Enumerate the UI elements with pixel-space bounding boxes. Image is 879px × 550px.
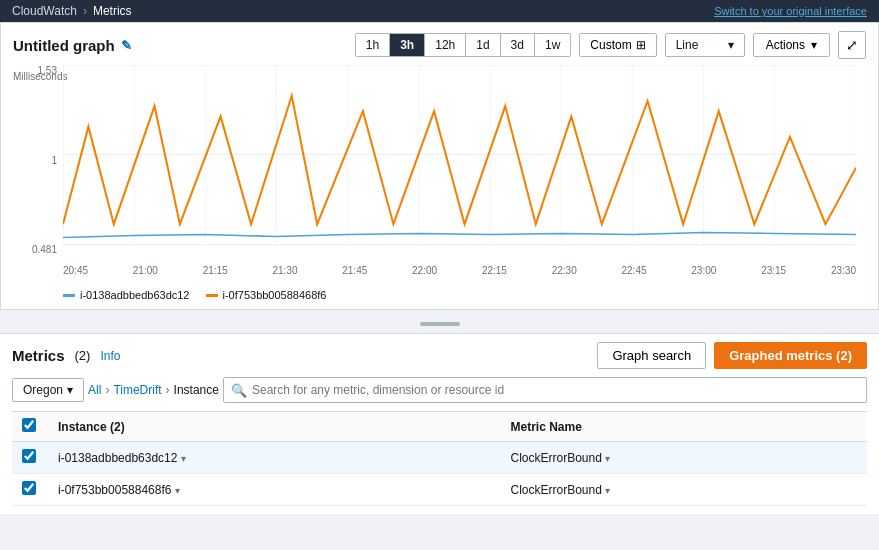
col-metric-label: Metric Name xyxy=(510,420,581,434)
expand-icon: ⤢ xyxy=(846,37,858,53)
edit-graph-icon[interactable]: ✎ xyxy=(121,38,132,53)
row-0-instance-id: i-0138adbbedb63dc12 xyxy=(58,451,177,465)
y-tick-labels: 1.53 1 0.481 xyxy=(13,65,61,255)
y-tick-0: 1.53 xyxy=(38,65,57,76)
row-0-metric-dropdown-icon: ▾ xyxy=(605,453,610,464)
x-tick-labels: 20:45 21:00 21:15 21:30 21:45 22:00 22:1… xyxy=(63,265,856,285)
x-tick-0: 20:45 xyxy=(63,265,88,276)
row-0-checkbox-cell xyxy=(12,442,48,474)
x-tick-7: 22:30 xyxy=(552,265,577,276)
row-1-metric: ClockErrorBound ▾ xyxy=(500,474,867,506)
select-all-checkbox[interactable] xyxy=(22,418,36,432)
row-1-dropdown-icon: ▾ xyxy=(175,485,180,496)
graph-container: Untitled graph ✎ 1h 3h 12h 1d 3d 1w Cust… xyxy=(0,22,879,310)
cloudwatch-link[interactable]: CloudWatch xyxy=(12,4,77,18)
time-1d[interactable]: 1d xyxy=(466,34,500,56)
switch-interface-link[interactable]: Switch to your original interface xyxy=(714,5,867,17)
graph-search-button[interactable]: Graph search xyxy=(597,342,706,369)
table-row: i-0138adbbedb63dc12 ▾ ClockErrorBound ▾ xyxy=(12,442,867,474)
row-1-checkbox[interactable] xyxy=(22,481,36,495)
custom-time-button[interactable]: Custom ⊞ xyxy=(579,33,656,57)
actions-label: Actions xyxy=(766,38,805,52)
search-input-wrap: 🔍 xyxy=(223,377,867,403)
x-tick-3: 21:30 xyxy=(272,265,297,276)
region-chevron-icon: ▾ xyxy=(67,383,73,397)
table-body: i-0138adbbedb63dc12 ▾ ClockErrorBound ▾ … xyxy=(12,442,867,506)
breadcrumb-filter: All › TimeDrift › Instance xyxy=(88,383,219,397)
chevron-down-icon: ▾ xyxy=(728,38,734,52)
time-1w[interactable]: 1w xyxy=(535,34,570,56)
legend-item-1: i-0f753bb00588468f6 xyxy=(206,289,327,301)
row-1-instance-id: i-0f753bb00588468f6 xyxy=(58,483,171,497)
row-0-metric-name: ClockErrorBound xyxy=(510,451,601,465)
chart-svg-area xyxy=(63,65,856,255)
legend-label-1: i-0f753bb00588468f6 xyxy=(223,289,327,301)
x-tick-1: 21:00 xyxy=(133,265,158,276)
resize-divider[interactable] xyxy=(0,310,879,333)
actions-button[interactable]: Actions ▾ xyxy=(753,33,830,57)
x-tick-8: 22:45 xyxy=(622,265,647,276)
x-tick-11: 23:30 xyxy=(831,265,856,276)
graph-title-text: Untitled graph xyxy=(13,37,115,54)
col-checkbox xyxy=(12,412,48,442)
x-tick-9: 23:00 xyxy=(691,265,716,276)
top-bar: CloudWatch › Metrics Switch to your orig… xyxy=(0,0,879,22)
legend-color-0 xyxy=(63,294,75,297)
divider-handle xyxy=(420,322,460,326)
row-0-instance: i-0138adbbedb63dc12 ▾ xyxy=(48,442,500,474)
metrics-count: (2) xyxy=(75,348,91,363)
metrics-title: Metrics xyxy=(12,347,65,364)
col-metric: Metric Name xyxy=(500,412,867,442)
grid-icon: ⊞ xyxy=(636,38,646,52)
actions-chevron-icon: ▾ xyxy=(811,38,817,52)
row-1-instance: i-0f753bb00588468f6 ▾ xyxy=(48,474,500,506)
chart-type-select[interactable]: Line ▾ xyxy=(665,33,745,57)
breadcrumb-sep-1: › xyxy=(83,4,87,18)
legend-color-1 xyxy=(206,294,218,297)
y-tick-1: 1 xyxy=(51,155,57,166)
row-0-checkbox[interactable] xyxy=(22,449,36,463)
filter-bar: Oregon ▾ All › TimeDrift › Instance 🔍 xyxy=(12,377,867,403)
breadcrumb-timedrift[interactable]: TimeDrift xyxy=(113,383,161,397)
expand-button[interactable]: ⤢ xyxy=(838,31,866,59)
time-1h[interactable]: 1h xyxy=(356,34,390,56)
legend-item-0: i-0138adbbedb63dc12 xyxy=(63,289,190,301)
chart-area: Milliseconds 1.53 1 0.481 xyxy=(13,65,866,285)
col-instance: Instance (2) xyxy=(48,412,500,442)
x-tick-10: 23:15 xyxy=(761,265,786,276)
region-select[interactable]: Oregon ▾ xyxy=(12,378,84,402)
info-link[interactable]: Info xyxy=(100,349,120,363)
graphed-metrics-button[interactable]: Graphed metrics (2) xyxy=(714,342,867,369)
breadcrumb-sep-timedrift: › xyxy=(166,383,170,397)
time-3h[interactable]: 3h xyxy=(390,34,425,56)
time-range-buttons: 1h 3h 12h 1d 3d 1w xyxy=(355,33,571,57)
breadcrumb-all[interactable]: All xyxy=(88,383,101,397)
x-tick-5: 22:00 xyxy=(412,265,437,276)
x-tick-6: 22:15 xyxy=(482,265,507,276)
search-icon: 🔍 xyxy=(231,383,247,398)
chart-svg xyxy=(63,65,856,255)
table-header-row: Instance (2) Metric Name xyxy=(12,412,867,442)
row-1-metric-dropdown-icon: ▾ xyxy=(605,485,610,496)
x-tick-4: 21:45 xyxy=(342,265,367,276)
col-instance-label: Instance (2) xyxy=(58,420,125,434)
table-row: i-0f753bb00588468f6 ▾ ClockErrorBound ▾ xyxy=(12,474,867,506)
metrics-header: Metrics (2) Info Graph search Graphed me… xyxy=(12,342,867,369)
metrics-actions: Graph search Graphed metrics (2) xyxy=(597,342,867,369)
region-label: Oregon xyxy=(23,383,63,397)
row-0-metric: ClockErrorBound ▾ xyxy=(500,442,867,474)
row-1-metric-name: ClockErrorBound xyxy=(510,483,601,497)
breadcrumb-sep-all: › xyxy=(105,383,109,397)
search-input[interactable] xyxy=(223,377,867,403)
row-0-dropdown-icon: ▾ xyxy=(181,453,186,464)
chart-legend: i-0138adbbedb63dc12 i-0f753bb00588468f6 xyxy=(13,289,866,301)
line-label: Line xyxy=(676,38,699,52)
y-tick-2: 0.481 xyxy=(32,244,57,255)
breadcrumb: CloudWatch › Metrics xyxy=(12,4,132,18)
custom-label: Custom xyxy=(590,38,631,52)
table-head: Instance (2) Metric Name xyxy=(12,412,867,442)
row-1-checkbox-cell xyxy=(12,474,48,506)
graph-title-group: Untitled graph ✎ xyxy=(13,37,132,54)
time-12h[interactable]: 12h xyxy=(425,34,466,56)
time-3d[interactable]: 3d xyxy=(501,34,535,56)
